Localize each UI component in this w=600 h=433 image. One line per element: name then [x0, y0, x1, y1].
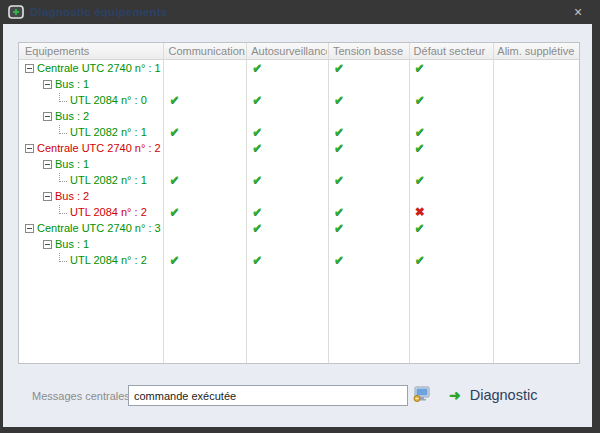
status-empty-cell [408, 156, 492, 172]
green-arrow-icon: ➜ [449, 387, 461, 403]
status-check-icon: ✔ [245, 60, 327, 76]
expand-toggle-icon[interactable] [25, 224, 34, 233]
table-row[interactable]: Centrale UTC 2740 n° : 3✔✔✔ [19, 220, 579, 236]
status-check-icon: ✔ [327, 172, 408, 188]
status-empty-cell [491, 204, 579, 220]
tree-node-label: UTL 2082 n° : 1 [70, 124, 147, 140]
column-header[interactable]: Autosurveillance [245, 43, 327, 59]
status-check-icon: ✔ [408, 172, 492, 188]
tree-node-label: UTL 2082 n° : 1 [70, 172, 147, 188]
status-check-icon: ✔ [408, 140, 492, 156]
window-title: Diagnostic équipements [30, 6, 167, 18]
status-empty-cell [163, 156, 246, 172]
table-row[interactable]: Bus : 2 [19, 108, 579, 124]
status-empty-cell [491, 76, 579, 92]
tree-node-label: Bus : 1 [55, 76, 89, 92]
expand-toggle-icon[interactable] [43, 80, 52, 89]
status-empty-cell [491, 156, 579, 172]
table-row[interactable]: Bus : 2 [19, 188, 579, 204]
status-empty-cell [245, 188, 327, 204]
status-empty-cell [163, 188, 246, 204]
expand-toggle-icon[interactable] [25, 64, 34, 73]
status-check-icon: ✔ [327, 252, 408, 268]
tree-node-label: Centrale UTC 2740 n° : 1 [37, 60, 161, 76]
close-icon[interactable]: × [570, 4, 586, 20]
status-empty-cell [408, 236, 492, 252]
status-check-icon: ✔ [327, 92, 408, 108]
status-empty-cell [245, 108, 327, 124]
status-check-icon: ✔ [245, 220, 327, 236]
column-header[interactable]: Communication [162, 43, 245, 59]
tree-branch-icon [59, 253, 67, 262]
status-check-icon: ✔ [327, 60, 408, 76]
monitor-send-icon[interactable] [412, 386, 432, 405]
status-empty-cell [245, 156, 327, 172]
status-check-icon: ✔ [327, 220, 408, 236]
status-empty-cell [491, 220, 579, 236]
status-empty-cell [163, 76, 246, 92]
table-row[interactable]: UTL 2082 n° : 1✔✔✔✔ [19, 172, 579, 188]
status-empty-cell [491, 172, 579, 188]
column-header[interactable]: Equipements [19, 43, 162, 59]
status-empty-cell [162, 220, 245, 236]
equipment-table: EquipementsCommunicationAutosurveillance… [18, 42, 580, 364]
column-header[interactable]: Défaut secteur [408, 43, 492, 59]
column-header[interactable]: Tension basse [327, 43, 408, 59]
table-row[interactable]: Centrale UTC 2740 n° : 2✔✔✔ [19, 140, 579, 156]
app-window-plus-icon [8, 5, 24, 19]
table-row[interactable]: UTL 2082 n° : 1✔✔✔✔ [19, 124, 579, 140]
status-empty-cell [491, 236, 579, 252]
status-empty-cell [327, 108, 408, 124]
table-body: Centrale UTC 2740 n° : 1✔✔✔Bus : 1UTL 20… [19, 60, 579, 363]
tree-node-label: Bus : 2 [55, 188, 89, 204]
tree-node-label: UTL 2084 n° : 0 [70, 92, 147, 108]
table-row[interactable]: Bus : 1 [19, 236, 579, 252]
status-empty-cell [491, 92, 579, 108]
tree-node-label: UTL 2084 n° : 2 [70, 252, 147, 268]
status-check-icon: ✔ [163, 92, 246, 108]
status-check-icon: ✔ [245, 140, 327, 156]
status-empty-cell [408, 76, 492, 92]
expand-toggle-icon[interactable] [25, 144, 34, 153]
status-cross-icon: ✖ [408, 204, 492, 220]
diagnostic-window: Diagnostic équipements × EquipementsComm… [0, 0, 600, 433]
expand-toggle-icon[interactable] [43, 112, 52, 121]
status-empty-cell [245, 76, 327, 92]
central-message-input[interactable] [128, 385, 408, 406]
status-empty-cell [163, 236, 246, 252]
tree-node-label: Centrale UTC 2740 n° : 3 [37, 220, 161, 236]
status-empty-cell [327, 236, 408, 252]
column-header[interactable]: Alim. supplétive [491, 43, 579, 59]
status-check-icon: ✔ [327, 204, 408, 220]
status-check-icon: ✔ [245, 172, 327, 188]
table-row[interactable]: Bus : 1 [19, 76, 579, 92]
tree-branch-icon [59, 173, 67, 182]
expand-toggle-icon[interactable] [43, 192, 52, 201]
status-check-icon: ✔ [163, 252, 246, 268]
tree-node-label: UTL 2084 n° : 2 [70, 204, 147, 220]
status-empty-cell [491, 188, 579, 204]
status-check-icon: ✔ [245, 92, 327, 108]
status-check-icon: ✔ [245, 124, 327, 140]
titlebar: Diagnostic équipements × [0, 0, 600, 24]
table-row[interactable]: Bus : 1 [19, 156, 579, 172]
status-check-icon: ✔ [408, 92, 492, 108]
diagnostic-button[interactable]: ➜ Diagnostic [449, 382, 537, 408]
table-row[interactable]: UTL 2084 n° : 2✔✔✔✖ [19, 204, 579, 220]
table-row[interactable]: UTL 2084 n° : 0✔✔✔✔ [19, 92, 579, 108]
expand-toggle-icon[interactable] [43, 160, 52, 169]
table-row[interactable]: UTL 2084 n° : 2✔✔✔✔ [19, 252, 579, 268]
status-check-icon: ✔ [245, 252, 327, 268]
status-empty-cell [491, 124, 579, 140]
status-empty-cell [162, 60, 245, 76]
tree-node-label: Bus : 1 [55, 236, 89, 252]
messages-centrales-label: Messages centrales [32, 390, 130, 402]
expand-toggle-icon[interactable] [43, 240, 52, 249]
status-empty-cell [163, 108, 246, 124]
tree-node-label: Bus : 2 [55, 108, 89, 124]
status-check-icon: ✔ [327, 124, 408, 140]
status-empty-cell [491, 140, 579, 156]
status-empty-cell [491, 60, 579, 76]
status-check-icon: ✔ [163, 124, 246, 140]
table-row[interactable]: Centrale UTC 2740 n° : 1✔✔✔ [19, 60, 579, 76]
